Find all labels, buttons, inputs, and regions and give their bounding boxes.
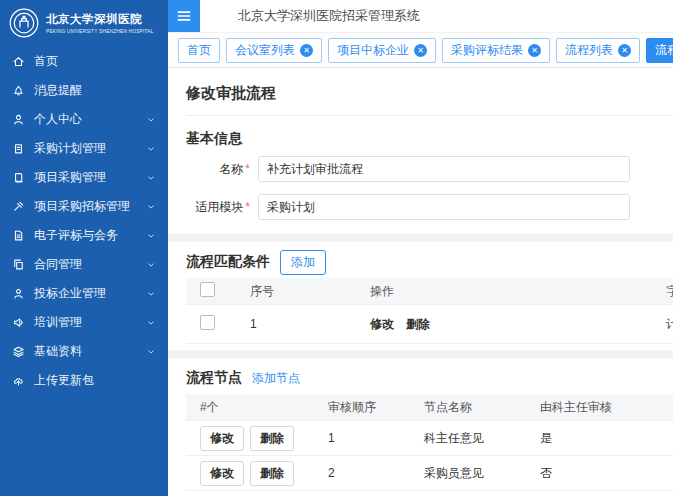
document-icon <box>12 229 25 242</box>
tab-label: 首页 <box>187 42 211 59</box>
chevron-down-icon <box>146 347 156 357</box>
copy-icon <box>12 258 25 271</box>
name-label: 名称* <box>186 161 250 178</box>
sidebar-item-project-purchase[interactable]: 项目采购管理 <box>0 163 168 192</box>
chevron-down-icon <box>146 173 156 183</box>
sidebar-item-label: 合同管理 <box>34 256 137 273</box>
sidebar: 北京大学深圳医院 PEKING UNIVERSITY SHENZHEN HOSP… <box>0 0 168 496</box>
node-order: 2 <box>316 466 412 480</box>
section-basic-info-title: 基本信息 <box>186 130 673 148</box>
nodes-table-header-row: #个审核顺序节点名称由科主任审核 <box>186 394 673 421</box>
page-title: 修改审批流程 <box>186 84 673 116</box>
hospital-logo-icon <box>8 7 40 39</box>
select-all-checkbox[interactable] <box>200 282 215 297</box>
system-title: 北京大学深圳医院招采管理系统 <box>238 7 420 25</box>
tab-label: 会议室列表 <box>235 42 295 59</box>
flow-nodes-header: 流程节点 添加节点 <box>186 366 673 390</box>
modify-button[interactable]: 修改 <box>200 426 244 451</box>
menu-toggle-button[interactable] <box>168 0 200 32</box>
tab-item-1[interactable]: 会议室列表✕ <box>226 38 322 63</box>
section-flow-nodes-title: 流程节点 <box>186 369 242 387</box>
required-asterisk: * <box>245 200 250 214</box>
tab-item-2[interactable]: 项目中标企业✕ <box>328 38 436 63</box>
delete-button[interactable]: 删除 <box>250 461 294 486</box>
tab-label: 项目中标企业 <box>337 42 409 59</box>
node-actions-cell: 修改删除 <box>186 461 316 486</box>
node-chief-review: 否 <box>528 465 673 482</box>
bell-icon <box>12 84 25 97</box>
sidebar-item-home[interactable]: 首页 <box>0 47 168 76</box>
modify-button[interactable]: 修改 <box>200 461 244 486</box>
node-order: 1 <box>316 431 412 445</box>
tab-close-icon[interactable]: ✕ <box>414 44 427 57</box>
top-bar: 北京大学深圳医院招采管理系统 <box>168 0 673 33</box>
add-condition-button[interactable]: 添加 <box>280 250 326 275</box>
sidebar-item-label: 基础资料 <box>34 343 137 360</box>
person-icon <box>12 287 25 300</box>
sidebar-item-purchase-plan[interactable]: 采购计划管理 <box>0 134 168 163</box>
sidebar-item-profile[interactable]: 个人中心 <box>0 105 168 134</box>
sidebar-item-label: 培训管理 <box>34 314 137 331</box>
row-checkbox[interactable] <box>200 315 215 330</box>
sidebar-item-upload[interactable]: 上传更新包 <box>0 366 168 395</box>
column-header-no: 序号 <box>238 283 358 300</box>
sidebar-item-label: 投标企业管理 <box>34 285 137 302</box>
delete-link[interactable]: 删除 <box>406 317 430 331</box>
match-table-header-row: 序号操作字 <box>186 278 673 305</box>
sidebar-item-bidder[interactable]: 投标企业管理 <box>0 279 168 308</box>
name-input[interactable] <box>258 156 630 182</box>
node-chief-review: 是 <box>528 430 673 447</box>
home-icon <box>12 55 25 68</box>
module-form-row: 适用模块* 采购计划 <box>186 194 673 220</box>
match-conditions-header: 流程匹配条件 添加 <box>186 250 673 274</box>
tab-item-3[interactable]: 采购评标结果✕ <box>442 38 550 63</box>
name-label-text: 名称 <box>219 162 243 176</box>
hamburger-icon <box>175 7 193 25</box>
add-node-link[interactable]: 添加节点 <box>252 370 300 387</box>
main-area: 北京大学深圳医院招采管理系统 首页会议室列表✕项目中标企业✕采购评标结果✕流程列… <box>168 0 673 496</box>
tab-label: 流程 <box>655 42 673 59</box>
sidebar-item-base-data[interactable]: 基础资料 <box>0 337 168 366</box>
nodes-column-header-2: 节点名称 <box>412 399 528 416</box>
sidebar-item-project-bidding[interactable]: 项目采购招标管理 <box>0 192 168 221</box>
condition-no: 1 <box>238 317 358 331</box>
sidebar-item-training[interactable]: 培训管理 <box>0 308 168 337</box>
chevron-down-icon <box>146 318 156 328</box>
chevron-down-icon <box>146 115 156 125</box>
node-name: 采购员意见 <box>412 465 528 482</box>
tab-item-0[interactable]: 首页 <box>178 38 220 63</box>
row-checkbox-cell <box>186 315 238 333</box>
column-header-clipped: 字 <box>658 283 673 300</box>
chevron-down-icon <box>146 144 156 154</box>
sidebar-menu: 首页消息提醒个人中心采购计划管理项目采购管理项目采购招标管理电子评标与会务合同管… <box>0 47 168 395</box>
hospital-logo-block: 北京大学深圳医院 PEKING UNIVERSITY SHENZHEN HOSP… <box>0 0 168 47</box>
required-asterisk: * <box>245 162 250 176</box>
layers-icon <box>12 345 25 358</box>
tab-close-icon[interactable]: ✕ <box>528 44 541 57</box>
delete-button[interactable]: 删除 <box>250 426 294 451</box>
chevron-down-icon <box>146 231 156 241</box>
nodes-column-header-1: 审核顺序 <box>316 399 412 416</box>
sidebar-item-e-evaluation[interactable]: 电子评标与会务 <box>0 221 168 250</box>
modify-link[interactable]: 修改 <box>370 317 394 331</box>
section-match-title: 流程匹配条件 <box>186 253 270 271</box>
sidebar-item-messages[interactable]: 消息提醒 <box>0 76 168 105</box>
name-form-row: 名称* <box>186 156 673 182</box>
chevron-down-icon <box>146 202 156 212</box>
match-table-body: 1修改删除计 <box>186 305 673 344</box>
module-label: 适用模块* <box>186 199 250 216</box>
tools-icon <box>12 200 25 213</box>
sidebar-item-contract[interactable]: 合同管理 <box>0 250 168 279</box>
nodes-column-header-3: 由科主任审核 <box>528 399 673 416</box>
user-icon <box>12 113 25 126</box>
tab-close-icon[interactable]: ✕ <box>300 44 313 57</box>
tab-item-4[interactable]: 流程列表✕ <box>556 38 640 63</box>
module-select[interactable]: 采购计划 <box>258 194 630 220</box>
match-conditions-table: 序号操作字 1修改删除计 <box>186 278 673 344</box>
tab-item-5[interactable]: 流程✕ <box>646 38 673 63</box>
sidebar-item-label: 项目采购招标管理 <box>34 198 137 215</box>
condition-clipped: 计 <box>658 316 673 333</box>
flow-nodes-table: #个审核顺序节点名称由科主任审核 修改删除1科主任意见是修改删除2采购员意见否修… <box>186 394 673 496</box>
clipboard-icon <box>12 142 25 155</box>
tab-close-icon[interactable]: ✕ <box>618 44 631 57</box>
